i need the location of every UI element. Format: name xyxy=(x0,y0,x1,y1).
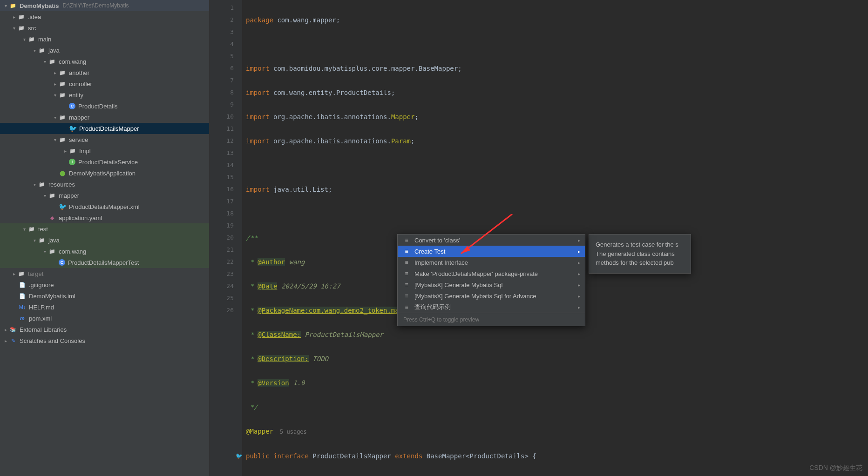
tree-class-productdetails[interactable]: C ProductDetails xyxy=(0,101,209,112)
tree-project-root[interactable]: ▾ DemoMybatis D:\ZhiY\Test\DemoMybatis xyxy=(0,0,209,11)
menu-mybatisx-generate-sql[interactable]: ≡ [MybatisX] Generate Mybatis Sql ▸ xyxy=(398,279,585,290)
maven-icon: m xyxy=(19,315,26,322)
library-icon: 📚 xyxy=(9,326,17,333)
tree-folder-resources[interactable]: ▾ resources xyxy=(0,179,209,190)
tree-file-mapperxml[interactable]: 🐦 ProductDetailsMapper.xml xyxy=(0,201,209,212)
tree-external-libraries[interactable]: ▸ 📚 External Libraries xyxy=(0,324,209,335)
file-icon: 📄 xyxy=(19,281,26,288)
tree-file-pom[interactable]: m pom.xml xyxy=(0,313,209,324)
chevron-right-icon: ▸ xyxy=(51,70,59,75)
mybatis-icon: 🐦 xyxy=(69,125,76,132)
menu-query-code-sample[interactable]: ≡ 查询代码示例 ▸ xyxy=(398,302,585,313)
folder-icon xyxy=(28,225,35,233)
chevron-down-icon: ▾ xyxy=(41,249,48,254)
chevron-right-icon: ▸ xyxy=(2,327,9,332)
chevron-down-icon: ▾ xyxy=(20,37,28,42)
tree-file-iml[interactable]: 📄 DemoMybatis.iml xyxy=(0,290,209,302)
tree-class-productdetailsservice[interactable]: I ProductDetailsService xyxy=(0,156,209,168)
file-icon: 📄 xyxy=(19,292,26,300)
intention-icon: ≡ xyxy=(402,237,411,243)
menu-create-test[interactable]: ≡ Create Test ▸ xyxy=(398,246,585,257)
intention-icon: ≡ xyxy=(402,304,411,310)
chevron-right-icon: ▸ xyxy=(10,271,18,276)
folder-icon xyxy=(18,13,25,20)
package-icon xyxy=(48,248,56,255)
chevron-right-icon: ▸ xyxy=(578,271,580,276)
intention-icon: ≡ xyxy=(402,259,411,266)
target-folder-icon xyxy=(18,270,25,277)
tree-folder-test-java[interactable]: ▾ java xyxy=(0,235,209,246)
menu-mybatisx-generate-sql-advance[interactable]: ≡ [MybatisX] Generate Mybatis Sql for Ad… xyxy=(398,290,585,302)
tree-folder-target[interactable]: ▸ target xyxy=(0,268,209,279)
package-icon xyxy=(59,136,66,143)
intention-actions-popup: ≡ Convert to 'class' ▸ ≡ Create Test ▸ ≡… xyxy=(397,234,585,326)
menu-implement-interface[interactable]: ≡ Implement Interface ▸ xyxy=(398,257,585,268)
folder-icon xyxy=(28,35,35,43)
chevron-down-icon: ▾ xyxy=(41,193,48,198)
chevron-down-icon: ▾ xyxy=(31,182,38,187)
intention-icon: ≡ xyxy=(402,282,411,288)
chevron-down-icon: ▾ xyxy=(41,59,48,64)
tree-folder-java[interactable]: ▾ java xyxy=(0,45,209,56)
project-tree: ▾ DemoMybatis D:\ZhiY\Test\DemoMybatis ▸… xyxy=(0,0,210,476)
folder-icon xyxy=(48,192,56,199)
tree-package-another[interactable]: ▸ another xyxy=(0,67,209,78)
tree-scratches[interactable]: ▸ ✎ Scratches and Consoles xyxy=(0,335,209,346)
yaml-icon: ◆ xyxy=(48,214,56,221)
tree-package-entity[interactable]: ▾ entity xyxy=(0,89,209,101)
chevron-down-icon: ▾ xyxy=(51,137,59,142)
class-icon: C xyxy=(59,259,65,266)
line-number-gutter: 1234567 891011121314 15161718192021 2223… xyxy=(210,0,242,476)
tree-folder-main[interactable]: ▾ main xyxy=(0,34,209,45)
tree-package-conroller[interactable]: ▸ conroller xyxy=(0,78,209,89)
chevron-down-icon: ▾ xyxy=(31,238,38,243)
intention-icon: ≡ xyxy=(402,293,411,299)
tree-folder-test[interactable]: ▾ test xyxy=(0,223,209,235)
tree-package-test-comwang[interactable]: ▾ com.wang xyxy=(0,246,209,257)
spring-boot-icon: ⬤ xyxy=(59,169,66,177)
chevron-right-icon: ▸ xyxy=(578,238,580,243)
package-icon xyxy=(69,147,76,154)
menu-make-package-private[interactable]: ≡ Make 'ProductDetailsMapper' package-pr… xyxy=(398,268,585,279)
tree-folder-mapper-res[interactable]: ▾ mapper xyxy=(0,190,209,201)
mybatis-nav-icon[interactable]: 🐦 xyxy=(236,450,243,457)
usages-hint[interactable]: 5 usages xyxy=(280,429,307,435)
package-icon xyxy=(59,80,66,87)
tree-file-appyaml[interactable]: ◆ application.yaml xyxy=(0,212,209,223)
chevron-down-icon: ▾ xyxy=(31,48,38,53)
tree-class-demoapp[interactable]: ⬤ DemoMybatisApplication xyxy=(0,168,209,179)
tree-package-mapper[interactable]: ▾ mapper xyxy=(0,112,209,123)
tree-package-impl[interactable]: ▸ Impl xyxy=(0,145,209,156)
project-name: DemoMybatis xyxy=(20,2,59,9)
tree-file-gitignore[interactable]: 📄 .gitignore xyxy=(0,279,209,290)
chevron-right-icon: ▸ xyxy=(578,305,580,310)
chevron-right-icon: ▸ xyxy=(578,249,580,254)
tree-folder-idea[interactable]: ▸ .idea xyxy=(0,11,209,22)
chevron-down-icon: ▾ xyxy=(10,26,18,31)
scratch-icon: ✎ xyxy=(9,337,17,344)
chevron-right-icon: ▸ xyxy=(578,260,580,265)
test-folder-icon xyxy=(38,236,46,244)
chevron-down-icon: ▾ xyxy=(20,227,28,232)
tree-package-service[interactable]: ▾ service xyxy=(0,134,209,145)
class-icon: C xyxy=(69,103,75,109)
tree-class-mappertest[interactable]: C ProductDetailsMapperTest xyxy=(0,257,209,268)
markdown-icon: M↓ xyxy=(19,303,26,311)
interface-icon: I xyxy=(69,159,75,165)
mybatis-xml-icon: 🐦 xyxy=(59,203,66,210)
package-icon xyxy=(59,91,66,99)
package-icon xyxy=(59,114,66,121)
tree-file-help[interactable]: M↓ HELP.md xyxy=(0,302,209,313)
tree-package-comwang[interactable]: ▾ com.wang xyxy=(0,56,209,67)
watermark-text: CSDN @妙趣生花 xyxy=(809,464,862,472)
chevron-right-icon: ▸ xyxy=(2,338,9,343)
intention-icon: ≡ xyxy=(402,248,411,255)
tree-folder-src[interactable]: ▾ src xyxy=(0,22,209,34)
chevron-right-icon: ▸ xyxy=(578,282,580,288)
documentation-tooltip: Generates a test case for the s The gene… xyxy=(589,234,691,274)
package-icon xyxy=(59,69,66,76)
package-icon xyxy=(48,58,56,65)
tree-class-productdetailsmapper[interactable]: 🐦 ProductDetailsMapper xyxy=(0,123,209,134)
menu-convert-to-class[interactable]: ≡ Convert to 'class' ▸ xyxy=(398,235,585,246)
project-path: D:\ZhiY\Test\DemoMybatis xyxy=(63,2,129,9)
